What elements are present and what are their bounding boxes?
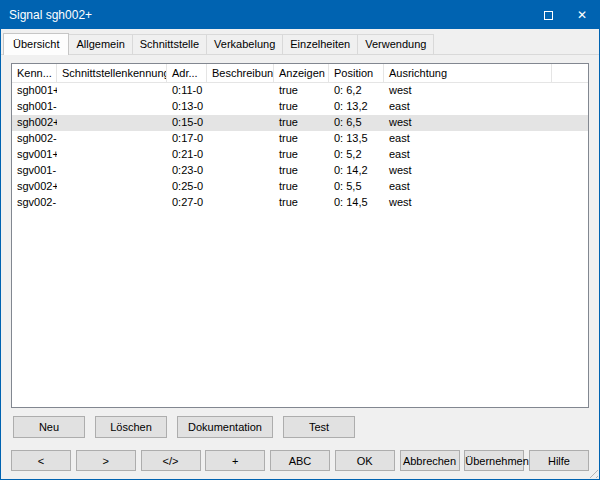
tab-label: Verkabelung: [214, 38, 275, 50]
neu-button[interactable]: Neu: [13, 416, 85, 438]
tab-uebersicht[interactable]: Übersicht: [3, 33, 69, 55]
cell-pad: [552, 115, 588, 131]
cell-schnittstellenkennung: [57, 83, 167, 99]
tab-verkabelung[interactable]: Verkabelung: [206, 34, 283, 54]
cell-anzeigen: true: [274, 195, 329, 211]
cell-schnittstellenkennung: [57, 131, 167, 147]
cell-schnittstellenkennung: [57, 195, 167, 211]
cell-schnittstellenkennung: [57, 99, 167, 115]
dokumentation-button[interactable]: Dokumentation: [177, 416, 273, 438]
tab-verwendung[interactable]: Verwendung: [357, 34, 434, 54]
maximize-button[interactable]: [531, 1, 565, 29]
table-row[interactable]: sgv001-0:23-0true0: 14,2west: [12, 163, 588, 179]
cell-adr: 0:11-0: [167, 83, 207, 99]
cell-position: 0: 5,2: [329, 147, 384, 163]
cell-adr: 0:27-0: [167, 195, 207, 211]
cell-adr: 0:15-0: [167, 115, 207, 131]
table-row[interactable]: sgv002-0:27-0true0: 14,5west: [12, 195, 588, 211]
cell-adr: 0:23-0: [167, 163, 207, 179]
table-row[interactable]: sgv001+0:21-0true0: 5,2east: [12, 147, 588, 163]
cell-kennung: sgv002+: [12, 179, 57, 195]
tab-label: Verwendung: [365, 38, 426, 50]
window-title: Signal sgh002+: [1, 8, 531, 22]
uebernehmen-button[interactable]: Übernehmen: [464, 450, 524, 471]
plus-button[interactable]: +: [205, 450, 265, 471]
col-header-adresse[interactable]: Adr...: [167, 64, 207, 82]
cell-adr: 0:17-0: [167, 131, 207, 147]
tab-label: Einzelheiten: [290, 38, 350, 50]
table-row[interactable]: sgh002-0:17-0true0: 13,5east: [12, 131, 588, 147]
cell-kennung: sgv001+: [12, 147, 57, 163]
cell-ausrichtung: west: [384, 83, 552, 99]
cell-position: 0: 13,5: [329, 131, 384, 147]
abc-button[interactable]: ABC: [270, 450, 330, 471]
cell-ausrichtung: east: [384, 179, 552, 195]
tab-label: Allgemein: [76, 38, 124, 50]
loeschen-button[interactable]: Löschen: [95, 416, 167, 438]
col-header-kennung[interactable]: Kenn...: [12, 64, 57, 82]
col-header-pad: [552, 64, 588, 82]
cell-pad: [552, 147, 588, 163]
hilfe-button[interactable]: Hilfe: [529, 450, 589, 471]
cell-schnittstellenkennung: [57, 163, 167, 179]
cell-beschreibung: [207, 195, 274, 211]
cell-adr: 0:13-0: [167, 99, 207, 115]
cell-pad: [552, 131, 588, 147]
cell-ausrichtung: west: [384, 115, 552, 131]
cell-position: 0: 6,2: [329, 83, 384, 99]
cell-anzeigen: true: [274, 83, 329, 99]
cell-anzeigen: true: [274, 115, 329, 131]
ok-button[interactable]: OK: [335, 450, 395, 471]
cell-position: 0: 6,5: [329, 115, 384, 131]
col-header-ausrichtung[interactable]: Ausrichtung: [384, 64, 552, 82]
tab-label: Übersicht: [13, 38, 59, 50]
cell-adr: 0:25-0: [167, 179, 207, 195]
cell-beschreibung: [207, 147, 274, 163]
table-header: Kenn... Schnittstellenkennung Adr... Bes…: [12, 64, 588, 83]
cell-beschreibung: [207, 115, 274, 131]
cell-schnittstellenkennung: [57, 147, 167, 163]
table-row[interactable]: sgh001+0:11-0true0: 6,2west: [12, 83, 588, 99]
col-header-position[interactable]: Position: [329, 64, 384, 82]
cell-kennung: sgh002+: [12, 115, 57, 131]
cell-kennung: sgv001-: [12, 163, 57, 179]
cell-position: 0: 14,2: [329, 163, 384, 179]
cell-pad: [552, 179, 588, 195]
cell-ausrichtung: west: [384, 195, 552, 211]
col-header-anzeigen[interactable]: Anzeigen: [274, 64, 329, 82]
cell-pad: [552, 195, 588, 211]
col-header-schnittstellenkennung[interactable]: Schnittstellenkennung: [57, 64, 167, 82]
tab-schnittstelle[interactable]: Schnittstelle: [132, 34, 207, 54]
table-body: sgh001+0:11-0true0: 6,2westsgh001-0:13-0…: [12, 83, 588, 211]
close-button[interactable]: ✕: [565, 1, 599, 29]
dialog-window: Signal sgh002+ ✕ Übersicht Allgemein Sch…: [0, 0, 600, 480]
cell-kennung: sgv002-: [12, 195, 57, 211]
abbrechen-button[interactable]: Abbrechen: [400, 450, 460, 471]
table-row[interactable]: sgh001-0:13-0true0: 13,2east: [12, 99, 588, 115]
table-row[interactable]: sgh002+0:15-0true0: 6,5west: [12, 115, 588, 131]
cell-anzeigen: true: [274, 163, 329, 179]
cell-pad: [552, 99, 588, 115]
test-button[interactable]: Test: [283, 416, 355, 438]
close-icon: ✕: [577, 8, 587, 22]
next-button[interactable]: >: [76, 450, 136, 471]
tab-strip: Übersicht Allgemein Schnittstelle Verkab…: [1, 29, 599, 55]
table-row[interactable]: sgv002+0:25-0true0: 5,5east: [12, 179, 588, 195]
prev-button[interactable]: <: [11, 450, 71, 471]
cell-ausrichtung: east: [384, 131, 552, 147]
cell-ausrichtung: east: [384, 147, 552, 163]
cell-beschreibung: [207, 131, 274, 147]
cell-kennung: sgh002-: [12, 131, 57, 147]
cell-beschreibung: [207, 179, 274, 195]
col-header-beschreibung[interactable]: Beschreibung: [207, 64, 274, 82]
signals-table: Kenn... Schnittstellenkennung Adr... Bes…: [11, 63, 589, 408]
cell-pad: [552, 163, 588, 179]
tab-allgemein[interactable]: Allgemein: [68, 34, 132, 54]
tab-einzelheiten[interactable]: Einzelheiten: [282, 34, 358, 54]
cell-schnittstellenkennung: [57, 179, 167, 195]
cell-anzeigen: true: [274, 179, 329, 195]
code-view-button[interactable]: </>: [141, 450, 201, 471]
title-bar[interactable]: Signal sgh002+ ✕: [1, 1, 599, 29]
cell-kennung: sgh001+: [12, 83, 57, 99]
cell-ausrichtung: east: [384, 99, 552, 115]
